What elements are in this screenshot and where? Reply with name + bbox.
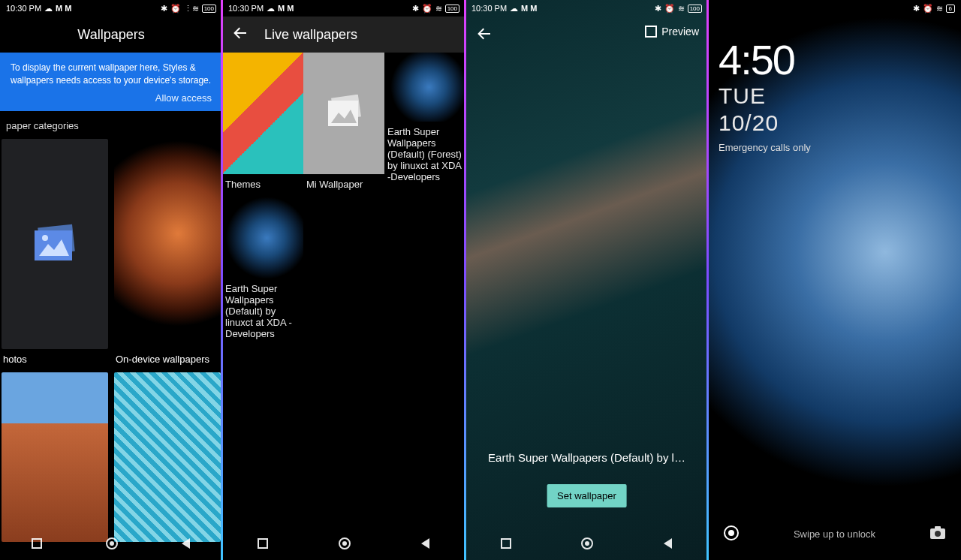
clock-day: TUE — [718, 84, 811, 108]
title-text: Wallpapers — [77, 27, 144, 43]
nav-recents[interactable] — [31, 537, 43, 552]
wifi-icon: ≋ — [435, 4, 442, 14]
nav-back[interactable] — [663, 537, 673, 552]
preview-label: Preview — [661, 26, 699, 38]
lock-bottom-row: Swipe up to unlock — [708, 525, 961, 543]
battery-icon: 100 — [202, 5, 216, 13]
alarm-icon: ⏰ — [170, 4, 181, 14]
battery-icon: 100 — [445, 5, 459, 13]
lw-earth-default[interactable]: Earth Super Wallpapers (Default) by linu… — [222, 197, 303, 347]
screen-live-wallpapers: 10:30 PM ☁ M M ✱ ⏰ ≋ 100 Live wallpapers… — [222, 0, 465, 560]
svg-marker-19 — [664, 538, 672, 549]
status-time: 10:30 PM — [471, 4, 507, 13]
svg-point-13 — [342, 541, 347, 546]
category-my-photos[interactable]: hotos — [2, 139, 108, 372]
nav-home[interactable] — [105, 537, 119, 553]
svg-marker-7 — [182, 538, 190, 549]
m-icon: M M — [278, 4, 294, 13]
nav-back[interactable] — [181, 537, 191, 552]
status-time: 10:30 PM — [228, 4, 264, 13]
wallpaper-preview-bg — [465, 0, 708, 560]
emergency-text: Emergency calls only — [718, 142, 811, 153]
photos-icon — [29, 223, 81, 265]
status-time: 10:30 PM — [6, 4, 41, 13]
wifi-icon: ≋ — [678, 4, 685, 14]
svg-rect-15 — [646, 26, 656, 37]
checkbox-icon — [645, 26, 657, 38]
alarm-icon: ⏰ — [664, 4, 675, 14]
back-icon[interactable] — [476, 26, 493, 45]
wallpaper-glass[interactable] — [114, 372, 221, 542]
bt-icon: ✱ — [913, 4, 920, 14]
category-label: hotos — [2, 349, 108, 372]
lw-themes[interactable]: Themes — [222, 53, 303, 197]
nav-bar — [0, 530, 222, 560]
svg-point-24 — [935, 531, 941, 537]
alarm-icon: ⏰ — [923, 4, 933, 14]
wallpaper-title: Earth Super Wallpapers (Default) by l… — [465, 451, 708, 464]
nav-recents[interactable] — [257, 537, 269, 552]
lw-label: Earth Super Wallpapers (Default) (Forest… — [384, 122, 465, 190]
status-bar: 10:30 PM ☁ M M ✱ ⏰ ≋ 100 — [222, 0, 465, 17]
svg-marker-14 — [421, 538, 429, 549]
divider — [706, 0, 709, 560]
section-title: paper categories — [0, 111, 222, 139]
svg-point-21 — [728, 530, 734, 536]
page-title: Live wallpapers — [264, 27, 357, 43]
nav-back[interactable] — [420, 537, 431, 552]
nav-bar — [222, 530, 465, 560]
screen-lockscreen: ✱ ⏰ ≋ 6 4:50 TUE 10/20 Emergency calls o… — [708, 0, 961, 560]
lw-label: Mi Wallpaper — [303, 174, 384, 197]
status-bar: 10:30 PM ☁ M M ✱ ⏰ ⋮≋ 100 — [0, 0, 222, 17]
cloud-icon: ☁ — [510, 4, 518, 14]
svg-point-3 — [42, 235, 48, 241]
svg-point-6 — [110, 541, 114, 546]
storage-banner: To display the current wallpaper here, S… — [0, 53, 222, 111]
status-bar: ✱ ⏰ ≋ 6 — [708, 0, 961, 17]
svg-rect-16 — [502, 539, 511, 548]
nav-recents[interactable] — [500, 537, 512, 552]
nav-bar — [465, 530, 708, 560]
screen-wallpaper-preview: 10:30 PM ☁ M M ✱ ⏰ ≋ 100 Preview Earth S… — [465, 0, 708, 560]
clock-time: 4:50 — [718, 39, 811, 81]
cloud-icon: ☁ — [267, 4, 275, 14]
alarm-icon: ⏰ — [422, 4, 432, 14]
nav-home[interactable] — [580, 537, 594, 553]
page-title: Wallpapers — [0, 17, 222, 53]
battery-icon: 100 — [688, 5, 702, 13]
svg-rect-11 — [258, 539, 267, 548]
nav-home[interactable] — [338, 537, 351, 553]
status-bar: 10:30 PM ☁ M M ✱ ⏰ ≋ 100 — [465, 0, 708, 17]
divider — [221, 0, 223, 560]
banner-text: To display the current wallpaper here, S… — [11, 62, 212, 87]
divider — [464, 0, 466, 560]
allow-access-link[interactable]: Allow access — [11, 92, 212, 105]
toolbar: Live wallpapers — [222, 17, 465, 53]
category-on-device[interactable]: On-device wallpapers — [114, 139, 221, 372]
wifi-icon: ⋮≋ — [184, 4, 199, 14]
wifi-icon: ≋ — [936, 4, 943, 14]
screen-wallpapers: 10:30 PM ☁ M M ✱ ⏰ ⋮≋ 100 Wallpapers To … — [0, 0, 222, 560]
clock-date: 10/20 — [718, 111, 811, 135]
lock-clock: 4:50 TUE 10/20 Emergency calls only — [718, 39, 811, 153]
cloud-icon: ☁ — [44, 4, 53, 14]
preview-toggle[interactable]: Preview — [645, 26, 699, 38]
bt-icon: ✱ — [655, 4, 661, 14]
m-icon: M M — [521, 4, 537, 13]
lw-label: Earth Super Wallpapers (Default) by linu… — [222, 278, 303, 347]
home-indicator-icon[interactable] — [723, 525, 740, 543]
camera-icon[interactable] — [929, 525, 946, 543]
wallpaper-arch[interactable] — [2, 372, 108, 542]
svg-point-18 — [585, 541, 589, 546]
swipe-hint: Swipe up to unlock — [794, 528, 875, 540]
lw-mi-wallpaper[interactable]: Mi Wallpaper — [303, 53, 384, 197]
back-icon[interactable] — [233, 26, 248, 44]
svg-rect-23 — [935, 526, 941, 530]
bt-icon: ✱ — [161, 4, 167, 14]
battery-icon: 6 — [946, 5, 955, 13]
category-label: On-device wallpapers — [114, 349, 221, 372]
m-icon: M M — [56, 4, 71, 13]
lw-earth-forest[interactable]: Earth Super Wallpapers (Default) (Forest… — [384, 53, 465, 197]
bt-icon: ✱ — [412, 4, 419, 14]
set-wallpaper-button[interactable]: Set wallpaper — [547, 484, 627, 507]
